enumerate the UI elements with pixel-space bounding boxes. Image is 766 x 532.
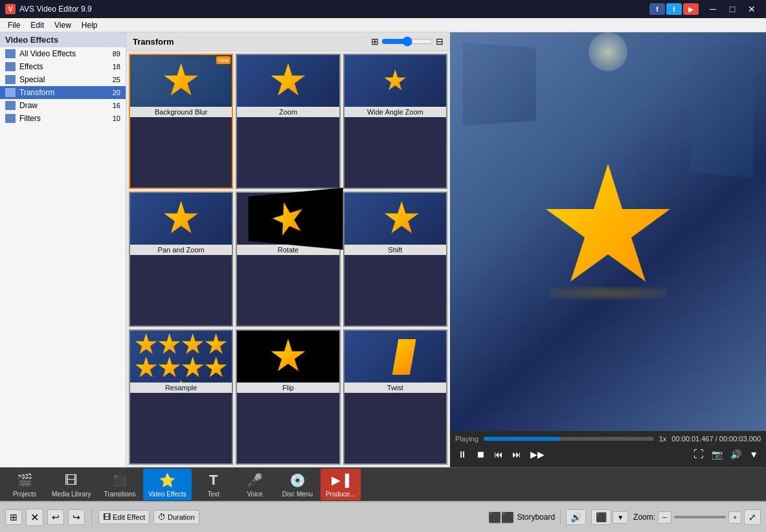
sidebar-label: Effects <box>19 62 109 71</box>
window-controls: ─ □ ✕ <box>704 3 761 16</box>
effect-label: Zoom <box>237 107 339 117</box>
sidebar-title: Video Effects <box>0 32 126 47</box>
effect-thumb <box>249 188 344 250</box>
voice-icon: 🎤 <box>246 471 264 489</box>
delete-button[interactable]: ✕ <box>26 509 43 526</box>
sidebar-item-draw[interactable]: Draw 16 <box>0 99 126 112</box>
effect-item-shift[interactable]: Shift <box>343 192 447 327</box>
edit-effect-icon: 🎞 <box>103 513 111 522</box>
menu-file[interactable]: File <box>3 19 25 31</box>
playback-bar[interactable] <box>484 437 654 441</box>
layout-dropdown[interactable]: ▼ <box>613 511 628 524</box>
menu-help[interactable]: Help <box>76 19 103 31</box>
effect-item-pan-zoom[interactable]: Pan and Zoom <box>129 192 233 327</box>
stop-button[interactable]: ⏹ <box>473 448 488 461</box>
effect-thumb <box>130 193 232 245</box>
folder-icon <box>5 75 16 84</box>
effect-label: Background Blur <box>130 107 232 117</box>
select-tool-button[interactable]: ⊞ <box>5 509 22 525</box>
toolbar-label: Video Effects <box>148 491 186 498</box>
sidebar-item-all-video-effects[interactable]: All Video Effects 89 <box>0 47 126 60</box>
audio-settings-button[interactable]: 🔊 <box>566 509 586 525</box>
size-slider[interactable] <box>381 36 433 47</box>
effect-label: Wide Angle Zoom <box>344 107 446 117</box>
disc-menu-icon: 💿 <box>288 471 306 489</box>
toolbar-media-library[interactable]: 🎞 Media Library <box>47 469 96 500</box>
effect-label: Resample <box>130 382 232 393</box>
menu-edit[interactable]: Edit <box>25 19 49 31</box>
pause-button[interactable]: ⏸ <box>455 448 469 461</box>
zoom-out-button[interactable]: ─ <box>658 511 671 524</box>
toolbar-label: Voice <box>247 491 262 498</box>
volume-button[interactable]: 🔊 <box>728 448 744 461</box>
app-icon: V <box>5 4 16 14</box>
effect-item-background-blur[interactable]: new Background Blur <box>129 54 233 189</box>
toolbar-produce[interactable]: ▶▐ Produce... <box>321 469 361 500</box>
toolbar-label: Text <box>208 491 220 498</box>
title-bar-left: V AVS Video Editor 9.9 <box>5 4 92 14</box>
zoom-in-button[interactable]: + <box>728 511 741 524</box>
playback-buttons: ⏸ ⏹ ⏮ ⏭ ▶▶ <box>455 445 547 463</box>
effect-label: Twist <box>344 382 446 393</box>
redo-button[interactable]: ↪ <box>68 509 85 525</box>
toolbar-text[interactable]: T Text <box>194 469 233 500</box>
effect-item-twist[interactable]: Twist <box>343 329 447 465</box>
twitter-button[interactable]: t <box>666 3 682 15</box>
social-links: f t ▶ <box>649 3 699 15</box>
zoom-slider[interactable] <box>674 516 726 518</box>
toolbar-disc-menu[interactable]: 💿 Disc Menu <box>277 469 318 500</box>
layout-toggle[interactable]: ⬛ <box>591 509 611 525</box>
list-icon: ⊟ <box>436 36 444 47</box>
undo-button[interactable]: ↩ <box>47 509 64 525</box>
fullscreen-button[interactable]: ⛶ <box>691 447 706 461</box>
sidebar-item-filters[interactable]: Filters 10 <box>0 112 126 125</box>
effect-item-flip[interactable]: Flip <box>236 329 340 465</box>
main-layout: Video Effects All Video Effects 89 Effec… <box>0 32 766 467</box>
folder-icon <box>5 49 16 58</box>
sidebar-label: All Video Effects <box>19 49 109 58</box>
text-icon: T <box>205 471 223 489</box>
sidebar-count: 10 <box>113 115 120 122</box>
expand-button[interactable]: ▼ <box>747 448 761 461</box>
effect-item-wide-angle-zoom[interactable]: Wide Angle Zoom <box>343 54 447 189</box>
preview-screen <box>450 32 766 431</box>
close-button[interactable]: ✕ <box>743 3 761 16</box>
edit-effect-button[interactable]: 🎞 Edit Effect <box>98 510 150 524</box>
fit-button[interactable]: ⤢ <box>744 509 761 525</box>
produce-icon: ▶▐ <box>332 471 350 489</box>
effect-thumb <box>237 55 339 107</box>
storyboard-toggle[interactable]: ⬛⬛ Storyboard <box>488 511 555 524</box>
toolbar-transitions[interactable]: ⬛ Transitions <box>99 469 141 500</box>
sidebar-count: 16 <box>113 102 120 109</box>
playback-time: 00:00:01.467 / 00:00:03.000 <box>671 435 761 443</box>
toolbar-video-effects[interactable]: ⭐ Video Effects <box>143 469 192 500</box>
youtube-button[interactable]: ▶ <box>683 3 699 15</box>
slow-forward-button[interactable]: ▶▶ <box>528 448 547 461</box>
sidebar-item-effects[interactable]: Effects 18 <box>0 60 126 73</box>
prev-button[interactable]: ⏮ <box>491 448 506 461</box>
sidebar: Video Effects All Video Effects 89 Effec… <box>0 32 126 467</box>
effect-thumb <box>344 55 446 107</box>
sidebar-count: 18 <box>113 63 120 71</box>
maximize-button[interactable]: □ <box>723 3 741 16</box>
toolbar-label: Produce... <box>326 491 355 498</box>
sidebar-count: 25 <box>113 76 120 83</box>
effect-item-rotate[interactable]: Rotate <box>236 192 340 327</box>
menu-view[interactable]: View <box>49 19 76 31</box>
effects-grid: new Background Blur Zoom <box>126 51 450 467</box>
folder-icon <box>5 114 16 123</box>
sidebar-item-special[interactable]: Special 25 <box>0 73 126 86</box>
edit-effect-label: Edit Effect <box>113 513 145 521</box>
next-button[interactable]: ⏭ <box>510 448 524 461</box>
video-effects-icon: ⭐ <box>158 471 176 489</box>
toolbar-label: Disc Menu <box>282 491 313 498</box>
minimize-button[interactable]: ─ <box>704 3 722 16</box>
effect-item-resample[interactable]: Resample <box>129 329 233 465</box>
effect-item-zoom[interactable]: Zoom <box>236 54 340 189</box>
duration-button[interactable]: ⏱ Duration <box>153 510 199 524</box>
toolbar-projects[interactable]: 🎬 Projects <box>5 469 44 500</box>
facebook-button[interactable]: f <box>649 3 665 15</box>
screenshot-button[interactable]: 📷 <box>709 448 725 461</box>
sidebar-item-transform[interactable]: Transform 20 <box>0 86 126 99</box>
toolbar-voice[interactable]: 🎤 Voice <box>236 469 275 500</box>
